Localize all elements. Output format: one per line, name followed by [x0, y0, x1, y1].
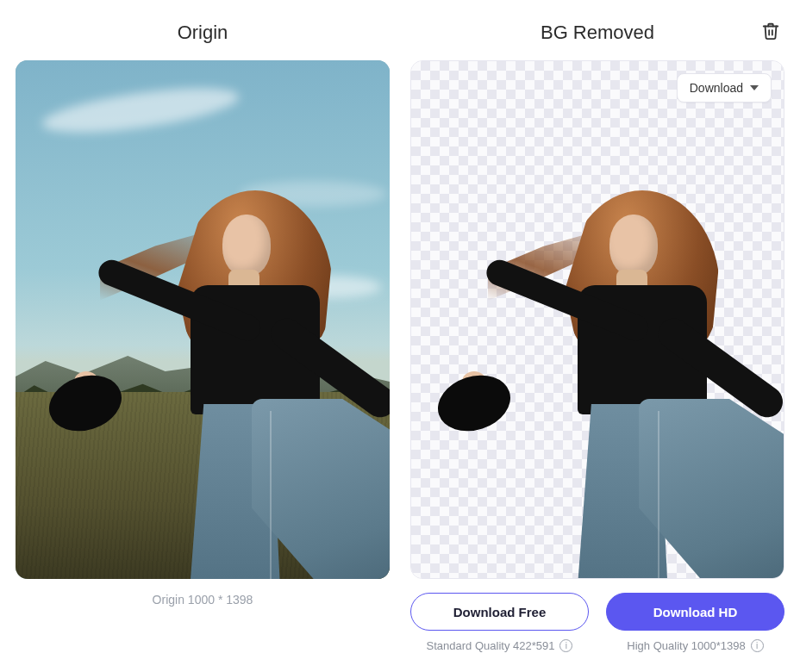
origin-caption: Origin 1000 * 1398 [16, 593, 390, 607]
caret-down-icon [750, 85, 759, 90]
bg-removed-title: BG Removed [541, 22, 654, 44]
jean-seam [658, 411, 659, 579]
download-dropdown[interactable]: Download [677, 73, 772, 103]
trash-icon [761, 22, 780, 40]
jean-seam [270, 411, 272, 580]
origin-image [16, 60, 390, 579]
person-subject-cutout [456, 190, 777, 578]
face [222, 215, 271, 277]
download-free-label: Download Free [453, 605, 547, 619]
download-dropdown-label: Download [690, 81, 743, 95]
download-hd-label: Download HD [653, 605, 738, 619]
delete-button[interactable] [759, 19, 783, 43]
origin-column: Origin [16, 17, 390, 662]
download-free-caption-text: Standard Quality 422*591 [427, 639, 555, 652]
origin-header: Origin [16, 17, 390, 48]
jeans [165, 404, 390, 580]
download-free-caption: Standard Quality 422*591 i [427, 639, 573, 652]
person-subject [68, 190, 390, 580]
face [609, 215, 658, 277]
origin-title: Origin [178, 22, 228, 44]
download-actions: Download Free Standard Quality 422*591 i… [410, 593, 784, 652]
download-hd-button[interactable]: Download HD [606, 593, 784, 631]
bg-removed-column: BG Removed Download [410, 17, 784, 662]
download-hd-caption-text: High Quality 1000*1398 [627, 639, 745, 652]
bg-removed-image: Download [410, 60, 784, 579]
download-hd-group: Download HD High Quality 1000*1398 i [606, 593, 784, 652]
download-hd-caption: High Quality 1000*1398 i [627, 639, 763, 652]
bg-removed-header: BG Removed [410, 17, 784, 48]
download-free-button[interactable]: Download Free [410, 593, 589, 631]
info-icon[interactable]: i [559, 639, 572, 652]
jeans [552, 404, 784, 579]
bg-remover-compare-view: Origin [0, 0, 800, 672]
download-free-group: Download Free Standard Quality 422*591 i [410, 593, 589, 652]
info-icon[interactable]: i [751, 639, 764, 652]
